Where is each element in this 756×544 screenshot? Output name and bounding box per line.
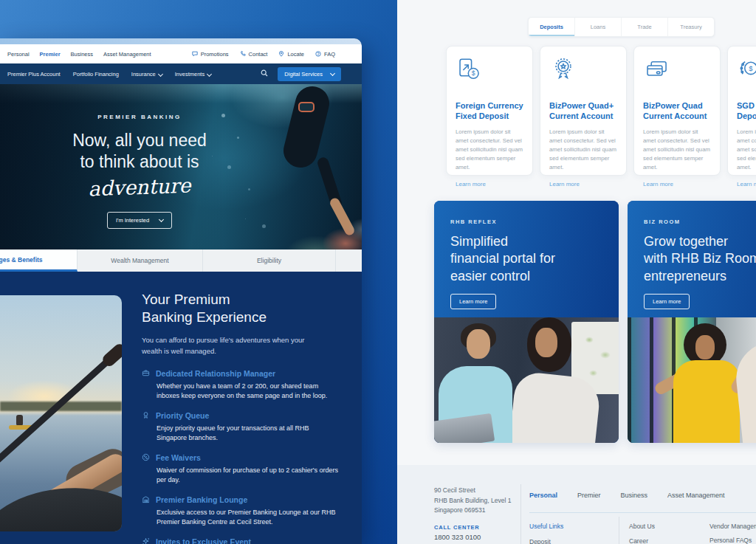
footer-tab-personal[interactable]: Personal <box>529 492 557 499</box>
tab-treasury[interactable]: Treasury <box>668 18 714 36</box>
benefit-item: Fee Waivers Waiver of commission for pur… <box>142 453 341 486</box>
promotions-label: Promotions <box>201 51 229 58</box>
product-card-foreign-currency[interactable]: $ Foreign Currency Fixed Deposit Lorem i… <box>446 46 533 176</box>
tab-wealth-management-label: Wealth Management <box>111 257 168 264</box>
benefit-description: Waiver of commission for purchase of up … <box>157 466 340 486</box>
utility-nav-asset-management[interactable]: Asset Management <box>103 51 151 58</box>
footer-tab-asset-management[interactable]: Asset Management <box>667 492 725 499</box>
biz-room-learn-more-button[interactable]: Learn more <box>644 294 690 309</box>
learn-more-label: Learn more <box>737 181 756 187</box>
kayak-photo <box>0 295 122 531</box>
learn-more-label: Learn more <box>643 181 673 187</box>
learn-more-link[interactable]: Learn more <box>737 181 756 187</box>
woman1-face <box>467 329 490 359</box>
coin-leaves-icon: $ <box>737 56 756 84</box>
biz-room-title: Grow together with RHB Biz Room entrepre… <box>644 233 756 285</box>
call-center-phone[interactable]: 1800 323 0100 <box>434 533 481 541</box>
tab-privileges-benefits-label: Privileges & Benefits <box>0 256 43 264</box>
footer-link-personal-faqs[interactable]: Personal FAQs <box>709 537 756 544</box>
product-card-sgd-fixed-deposit[interactable]: $ SGD Fixed Deposit Account Lorem ipsum … <box>727 46 756 176</box>
call-center-label: CALL CENTER <box>434 524 480 531</box>
benefit-title[interactable]: Premier Banking Lounge <box>156 495 247 504</box>
tab-loans[interactable]: Loans <box>575 18 622 36</box>
reflex-banner[interactable]: RHB REFLEX Simplified financial portal f… <box>434 201 619 443</box>
distant-kayaker <box>16 415 23 426</box>
footer-link-useful-links[interactable]: Useful Links <box>529 523 616 530</box>
utility-nav: Personal Premier Business Asset Manageme… <box>0 44 362 63</box>
experience-heading-line1: Your Premium <box>142 291 341 309</box>
benefit-item: Dedicated Relationship Manager Whether y… <box>142 369 341 402</box>
footer-tab-premier[interactable]: Premier <box>577 492 601 499</box>
hero-text-block: PREMIER BANKING Now, all you need to thi… <box>41 114 238 229</box>
reflex-learn-more-button[interactable]: Learn more <box>450 294 496 309</box>
reflex-title-line2: financial portal for <box>450 250 602 267</box>
product-tabs: Deposits Loans Trade Treasury <box>528 17 715 37</box>
footer-link-vendor-management[interactable]: Vendor Management <box>709 523 756 530</box>
woman2-face <box>535 328 557 357</box>
footer-address: 90 Cecil Street RHB Bank Building, Level… <box>434 486 511 516</box>
briefcase-icon <box>142 369 150 377</box>
building-icon <box>142 495 150 503</box>
contact-icon <box>240 51 246 57</box>
tab-eligibility[interactable]: Eligibility <box>203 249 336 272</box>
locate-link[interactable]: Locate <box>278 51 304 58</box>
benefit-title[interactable]: Fee Waivers <box>156 453 201 462</box>
chevron-down-icon <box>159 217 164 222</box>
learn-more-link[interactable]: Learn more <box>549 181 617 187</box>
paddle-blade <box>100 342 122 369</box>
useful-links-label: Useful Links <box>529 523 563 530</box>
top-accent-bar <box>0 38 362 44</box>
biz-room-banner[interactable]: BIZ ROOM Grow together with RHB Biz Room… <box>628 201 756 443</box>
product-card-bizpower-quad[interactable]: BizPower Quad Current Account Lorem ipsu… <box>633 46 721 176</box>
experience-description: You can afford to pursue life's adventur… <box>142 335 313 357</box>
woman-face <box>695 335 715 359</box>
digital-services-label: Digital Services <box>284 71 323 78</box>
footer-tab-business[interactable]: Business <box>621 492 648 499</box>
hero-eyebrow: PREMIER BANKING <box>41 114 238 120</box>
reflex-banner-text: RHB REFLEX Simplified financial portal f… <box>434 201 619 317</box>
nav-portfolio-financing[interactable]: Portfolio Financing <box>73 71 119 78</box>
tab-deposits[interactable]: Deposits <box>529 18 575 36</box>
footer-link-career[interactable]: Career <box>629 537 655 544</box>
biz-room-title-line1: Grow together <box>644 233 756 250</box>
deposit-label: Deposit <box>529 538 551 544</box>
footer-tabs: Personal Premier Business Asset Manageme… <box>529 492 725 499</box>
utility-nav-business[interactable]: Business <box>71 51 93 58</box>
tab-trade[interactable]: Trade <box>622 18 668 36</box>
svg-text:$: $ <box>749 64 753 72</box>
biz-room-banner-text: BIZ ROOM Grow together with RHB Biz Room… <box>628 201 756 317</box>
reflex-banner-photo <box>434 317 619 443</box>
search-button[interactable] <box>261 69 268 78</box>
card-title: BizPower Quad Current Account <box>643 100 711 122</box>
learn-more-link[interactable]: Learn more <box>456 181 523 187</box>
nav-premier-plus-account[interactable]: Premier Plus Account <box>7 71 61 78</box>
locate-icon <box>278 51 284 57</box>
learn-more-label: Learn more <box>549 181 580 187</box>
premier-site-mockup: Personal Premier Business Asset Manageme… <box>0 38 362 544</box>
im-interested-button[interactable]: I'm Interested <box>107 212 172 229</box>
utility-nav-premier[interactable]: Premier <box>40 51 61 58</box>
product-card-bizpower-quad-plus[interactable]: BizPower Quad+ Current Account Lorem ips… <box>540 46 627 176</box>
tab-wealth-management[interactable]: Wealth Management <box>78 249 203 272</box>
experience-section: Your Premium Banking Experience You can … <box>0 272 362 544</box>
learn-more-link[interactable]: Learn more <box>643 181 711 187</box>
chevron-down-icon <box>330 70 335 75</box>
tab-privileges-benefits[interactable]: Privileges & Benefits <box>0 249 78 272</box>
promotions-link[interactable]: Promotions <box>192 51 229 58</box>
tab-filler <box>336 249 362 272</box>
footer-links-col1: Useful Links Deposit <box>529 523 616 544</box>
benefit-title[interactable]: Dedicated Relationship Manager <box>156 369 275 378</box>
reflex-title-line1: Simplified <box>450 233 602 250</box>
footer-link-about-us[interactable]: About Us <box>629 523 655 530</box>
contact-link[interactable]: Contact <box>240 51 268 58</box>
faq-link[interactable]: FAQ <box>315 51 335 58</box>
footer-link-deposit[interactable]: Deposit <box>529 538 616 544</box>
utility-nav-personal[interactable]: Personal <box>7 51 30 58</box>
nav-investments[interactable]: Investments <box>175 71 211 78</box>
faq-icon <box>315 51 321 57</box>
benefit-title[interactable]: Priority Queue <box>156 411 209 420</box>
promotions-icon <box>192 51 198 57</box>
digital-services-button[interactable]: Digital Services <box>278 67 341 81</box>
nav-insurance[interactable]: Insurance <box>131 71 162 78</box>
benefit-title[interactable]: Invites to Exclusive Event <box>156 537 251 544</box>
